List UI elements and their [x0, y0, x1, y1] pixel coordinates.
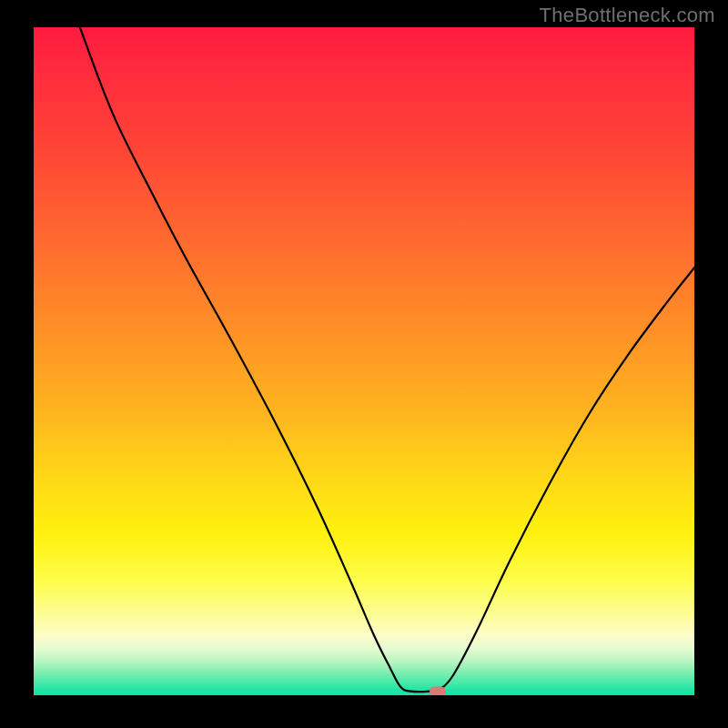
curve-layer: [34, 27, 694, 695]
chart-frame: TheBottleneck.com: [0, 0, 728, 728]
plot-area: [34, 27, 694, 695]
bottleneck-curve: [80, 27, 694, 692]
watermark-label: TheBottleneck.com: [540, 4, 715, 27]
current-point-marker: [430, 686, 446, 695]
